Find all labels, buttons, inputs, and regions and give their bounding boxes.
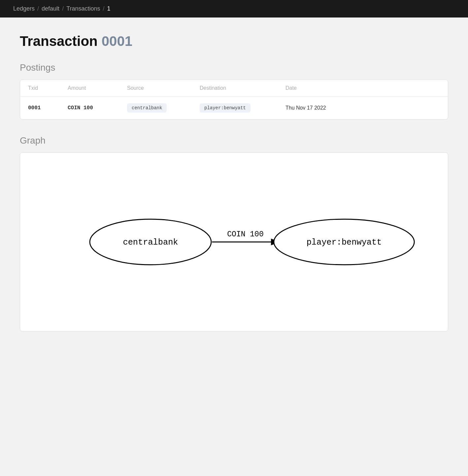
cell-destination: player:benwyatt <box>200 103 285 113</box>
page-title-container: Transaction 0001 <box>20 33 448 49</box>
breadcrumb-sep-3: / <box>103 5 105 12</box>
cell-date: Thu Nov 17 2022 <box>285 105 351 111</box>
topbar: Ledgers / default / Transactions / 1 <box>0 0 468 17</box>
destination-badge[interactable]: player:benwyatt <box>200 103 251 113</box>
main-content: Transaction 0001 Postings Txid Amount So… <box>0 17 468 347</box>
graph-section-title: Graph <box>20 135 448 146</box>
postings-section-title: Postings <box>20 62 448 73</box>
header-txid: Txid <box>28 85 68 91</box>
breadcrumb-sep-1: / <box>37 5 39 12</box>
graph-svg: centralbank COIN 100 player:benwyatt <box>33 166 435 318</box>
breadcrumb-sep-2: / <box>62 5 64 12</box>
cell-amount: COIN 100 <box>68 105 127 111</box>
postings-table: Txid Amount Source Destination Date 0001… <box>20 80 448 119</box>
cell-txid: 0001 <box>28 105 68 111</box>
graph-container: centralbank COIN 100 player:benwyatt <box>20 153 448 331</box>
cell-source: centralbank <box>127 103 200 113</box>
breadcrumb-transactions[interactable]: Transactions <box>66 5 100 12</box>
graph-edge-label: COIN 100 <box>227 230 263 239</box>
breadcrumb-ledgers[interactable]: Ledgers <box>13 5 35 12</box>
graph-source-label: centralbank <box>123 238 178 247</box>
postings-section: Postings Txid Amount Source Destination … <box>20 62 448 119</box>
header-source: Source <box>127 85 200 91</box>
breadcrumb-current: 1 <box>107 5 111 12</box>
header-date: Date <box>285 85 351 91</box>
header-amount: Amount <box>68 85 127 91</box>
source-badge[interactable]: centralbank <box>127 103 167 113</box>
header-destination: Destination <box>200 85 285 91</box>
table-row: 0001 COIN 100 centralbank player:benwyat… <box>20 97 448 119</box>
page-title-text: Transaction <box>20 33 98 49</box>
page-title-id: 0001 <box>102 33 132 49</box>
graph-destination-label: player:benwyatt <box>307 238 382 247</box>
table-header-row: Txid Amount Source Destination Date <box>20 80 448 97</box>
breadcrumb-default[interactable]: default <box>42 5 59 12</box>
graph-section: Graph centralbank COIN 100 player:benwya… <box>20 135 448 331</box>
